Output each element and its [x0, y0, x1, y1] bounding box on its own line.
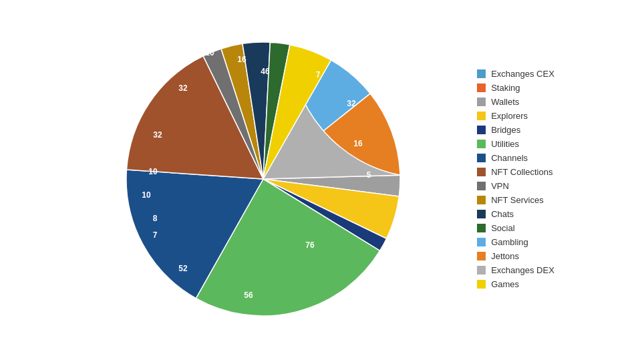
legend-label-text: Chats: [491, 209, 514, 219]
legend-label-text: Wallets: [491, 97, 519, 107]
legend-color-swatch: [477, 154, 486, 162]
pie-label: 10: [205, 48, 214, 57]
legend-item-nft-services: NFT Services: [477, 195, 554, 205]
legend-label-text: Exchanges CEX: [491, 69, 554, 79]
legend-color-swatch: [477, 266, 486, 275]
legend-label-text: Explorers: [491, 111, 528, 121]
legend-item-utilities: Utilities: [477, 139, 554, 149]
legend-color-swatch: [477, 210, 486, 218]
legend-label-text: VPN: [491, 181, 509, 191]
pie-label: 7: [316, 70, 321, 79]
legend-color-swatch: [477, 140, 486, 148]
legend-color-swatch: [477, 83, 486, 92]
legend-label-text: Bridges: [491, 125, 520, 135]
legend-color-swatch: [477, 238, 486, 246]
legend-item-gambling: Gambling: [477, 237, 554, 247]
legend-item-nft-collections: NFT Collections: [477, 167, 554, 177]
legend-item-chats: Chats: [477, 209, 554, 219]
legend-label-text: Exchanges DEX: [491, 265, 554, 275]
legend-item-games: Games: [477, 279, 554, 289]
legend-item-jettons: Jettons: [477, 251, 554, 261]
legend-item-staking: Staking: [477, 83, 554, 93]
pie-label: 16: [353, 139, 363, 148]
legend-label-text: Jettons: [491, 251, 519, 261]
pie-label: 10: [142, 190, 151, 200]
legend-label-text: Gambling: [491, 237, 528, 247]
legend-color-swatch: [477, 196, 486, 204]
pie-label: 46: [261, 67, 270, 76]
legend-color-swatch: [477, 252, 486, 260]
pie-label: 52: [178, 264, 188, 273]
pie-label: 8: [153, 214, 158, 223]
legend-label-text: Games: [491, 279, 519, 289]
pie-chart-svg: 4673216576565278101032321016: [110, 19, 444, 339]
pie-label: 5: [367, 170, 371, 180]
chart-container: 4673216576565278101032321016 Exchanges C…: [0, 0, 644, 358]
pie-label: 76: [305, 240, 315, 250]
legend-item-explorers: Explorers: [477, 111, 554, 121]
legend-label-text: Social: [491, 223, 514, 233]
legend-item-wallets: Wallets: [477, 97, 554, 107]
legend-label-text: Channels: [491, 153, 528, 163]
legend-color-swatch: [477, 182, 486, 190]
legend-item-bridges: Bridges: [477, 125, 554, 135]
legend-label-text: Utilities: [491, 139, 519, 149]
pie-label: 32: [153, 130, 162, 140]
pie-label: 32: [178, 83, 188, 93]
pie-label: 32: [347, 99, 356, 108]
pie-label: 7: [153, 230, 158, 240]
legend-label-text: NFT Services: [491, 195, 544, 205]
pie-label: 56: [244, 291, 253, 300]
legend-item-exchanges-dex: Exchanges DEX: [477, 265, 554, 275]
legend-label-text: NFT Collections: [491, 167, 552, 177]
pie-label: 10: [148, 167, 158, 176]
legend-label-text: Staking: [491, 83, 520, 93]
legend-color-swatch: [477, 98, 486, 106]
legend-color-swatch: [477, 224, 486, 232]
pie-chart-wrapper: 4673216576565278101032321016: [90, 12, 464, 346]
legend-color-swatch: [477, 69, 486, 78]
legend-color-swatch: [477, 168, 486, 176]
legend-color-swatch: [477, 112, 486, 120]
legend-color-swatch: [477, 126, 486, 134]
pie-label: 16: [237, 55, 247, 64]
legend-item-channels: Channels: [477, 153, 554, 163]
chart-legend: Exchanges CEXStakingWalletsExplorersBrid…: [477, 69, 554, 289]
legend-item-social: Social: [477, 223, 554, 233]
legend-item-vpn: VPN: [477, 181, 554, 191]
legend-color-swatch: [477, 280, 486, 289]
legend-item-exchanges-cex: Exchanges CEX: [477, 69, 554, 79]
